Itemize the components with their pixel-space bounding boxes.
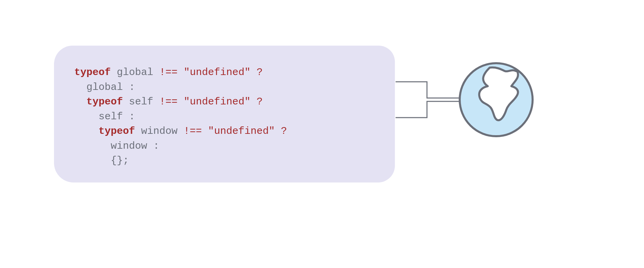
ident-window: window [111,140,147,152]
ident-global: global [117,67,153,78]
code-line-4: self : [74,111,135,122]
keyword-typeof: typeof [86,96,123,107]
code-line-2: global : [74,81,135,93]
op-neq: !== [159,96,178,107]
op-neq: !== [184,125,202,137]
code-line-7: {}; [74,155,129,166]
diagram-stage: typeof global !== "undefined" ? global :… [0,0,644,268]
code-line-6: window : [74,140,159,152]
keyword-typeof: typeof [74,67,111,78]
colon: : [129,111,135,122]
ternary-q: ? [281,125,287,137]
empty-object: {}; [111,155,129,166]
string-undefined: "undefined" [184,96,250,107]
code-block: typeof global !== "undefined" ? global :… [74,65,375,168]
ident-self: self [99,111,123,122]
ternary-q: ? [257,67,263,78]
ident-window: window [141,125,178,137]
code-line-1: typeof global !== "undefined" ? [74,67,263,78]
keyword-typeof: typeof [99,125,135,137]
colon: : [129,81,135,93]
op-neq: !== [159,67,178,78]
ternary-q: ? [257,96,263,107]
code-panel: typeof global !== "undefined" ? global :… [54,46,395,182]
globe-icon [457,61,535,139]
string-undefined: "undefined" [208,125,275,137]
code-line-5: typeof window !== "undefined" ? [74,125,287,137]
string-undefined: "undefined" [184,67,250,78]
connector-bracket-icon [395,81,462,118]
colon: : [153,140,159,152]
ident-global: global [86,81,123,93]
ident-self: self [129,96,153,107]
code-line-3: typeof self !== "undefined" ? [74,96,263,107]
